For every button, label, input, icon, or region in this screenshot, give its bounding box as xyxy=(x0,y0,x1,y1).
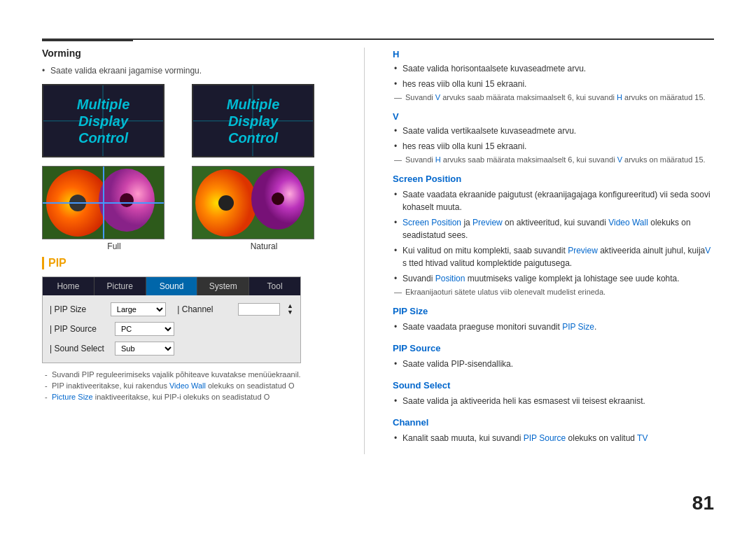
pip-row-size: | PIP Size Large | Channel ▲ ▼ xyxy=(43,300,300,319)
v-section-title: V xyxy=(393,111,714,122)
svg-point-8 xyxy=(120,193,134,207)
pip-size-select[interactable]: Large xyxy=(111,302,167,316)
pip-tab-picture[interactable]: Picture xyxy=(94,277,146,295)
pip-tab-sound[interactable]: Sound xyxy=(146,277,198,295)
note-2: PIP inaktiveeritakse, kui rakendus Video… xyxy=(42,381,336,390)
v-bullet-2: hes reas viib olla kuni 15 ekraani. xyxy=(393,140,714,153)
flower-card-full: Full xyxy=(42,166,186,251)
pip-channel-input[interactable] xyxy=(238,303,280,316)
pip-size-title: PIP Size xyxy=(393,306,714,316)
pip-size-section: PIP Size Saate vaadata praeguse monitori… xyxy=(393,306,714,333)
top-rule xyxy=(42,38,714,40)
screen-position-section: Screen Position Saate vaadata ekraanide … xyxy=(393,174,714,296)
pip-row-sound: | Sound Select Sub xyxy=(43,339,300,358)
sp-bullet-1: Saate vaadata ekraanide paigutust (ekraa… xyxy=(393,188,714,213)
display-card-1-text: MultipleDisplayControl xyxy=(77,96,130,146)
screen-position-title: Screen Position xyxy=(393,174,714,184)
display-grid: MultipleDisplayControl MultipleDisplayCo… xyxy=(42,84,336,157)
left-column: Vorming Saate valida ekraani jagamise vo… xyxy=(42,48,336,454)
pip-menu-body: | PIP Size Large | Channel ▲ ▼ | PIP Sou… xyxy=(43,295,300,363)
sound-select-bullet: Saate valida ja aktiveerida heli kas esm… xyxy=(393,395,714,407)
svg-point-14 xyxy=(218,195,234,211)
pip-size-bullet: Saate vaadata praeguse monitori suvandit… xyxy=(393,321,714,333)
channel-bullet: Kanalit saab muuta, kui suvandi PIP Sour… xyxy=(393,432,714,444)
page-number: 81 xyxy=(692,492,714,514)
pip-source-bullet: Saate valida PIP-sisendallika. xyxy=(393,358,714,370)
pip-source-select[interactable]: PC xyxy=(115,322,174,336)
v-note: Suvandi H arvuks saab määrata maksimaals… xyxy=(393,155,714,164)
h-note: Suvandi V arvuks saab määrata maksimaals… xyxy=(393,93,714,101)
pip-menu: Home Picture Sound System Tool | PIP Siz… xyxy=(42,276,301,363)
sound-select-title: Sound Select xyxy=(393,380,714,391)
h-bullet-2: hes reas viib olla kuni 15 ekraani. xyxy=(393,78,714,90)
pip-sound-select[interactable]: Sub xyxy=(115,342,174,356)
notes-section: Suvandi PIP reguleerimiseks vajalik põhi… xyxy=(42,370,336,401)
pip-tab-tool[interactable]: Tool xyxy=(249,277,300,295)
vorming-bullet: Saate valida ekraani jagamise vormingu. xyxy=(42,66,336,76)
pip-size-label: | PIP Size xyxy=(50,304,105,314)
h-section-title: H xyxy=(393,49,714,59)
right-column: H Saate valida horisontaalsete kuvaseadm… xyxy=(393,48,714,454)
svg-point-15 xyxy=(272,192,284,205)
pip-tab-system[interactable]: System xyxy=(197,277,249,295)
sp-bullet-4: Suvandi Position muutmiseks valige kompl… xyxy=(393,272,714,285)
label-natural: Natural xyxy=(192,241,336,251)
label-full: Full xyxy=(42,241,186,251)
pip-source-title: PIP Source xyxy=(393,343,714,353)
pip-sound-label: | Sound Select xyxy=(50,344,109,353)
display-card-1: MultipleDisplayControl xyxy=(42,84,164,157)
pip-tab-home[interactable]: Home xyxy=(43,277,94,295)
note-3: Picture Size inaktiveeritakse, kui PIP-i… xyxy=(42,393,336,401)
pip-menu-header: Home Picture Sound System Tool xyxy=(43,277,300,295)
pip-source-section: PIP Source Saate valida PIP-sisendallika… xyxy=(393,343,714,370)
h-section: H Saate valida horisontaalsete kuvaseadm… xyxy=(393,49,714,101)
v-bullet-1: Saate valida vertikaalsete kuvaseadmete … xyxy=(393,125,714,137)
display-card-2: MultipleDisplayControl xyxy=(192,84,314,157)
sound-select-section: Sound Select Saate valida ja aktiveerida… xyxy=(393,380,714,407)
pip-row-source: | PIP Source PC xyxy=(43,319,300,339)
display-card-2-text: MultipleDisplayControl xyxy=(227,96,280,146)
v-section: V Saate valida vertikaalsete kuvaseadmet… xyxy=(393,111,714,164)
channel-title: Channel xyxy=(393,417,714,428)
sp-bullet-3: Kui valitud on mitu komplekti, saab suva… xyxy=(393,244,714,269)
sp-note: Ekraanijaoturi sätete ulatus viib olenev… xyxy=(393,288,714,296)
note-1: Suvandi PIP reguleerimiseks vajalik põhi… xyxy=(42,370,336,379)
section-title-vorming: Vorming xyxy=(42,48,336,59)
flower-card-natural: Natural xyxy=(192,166,336,251)
pip-channel-label: | Channel xyxy=(177,304,232,314)
page-container: Vorming Saate valida ekraani jagamise vo… xyxy=(0,0,756,534)
sp-bullet-2: Screen Position ja Preview on aktiveerit… xyxy=(393,216,714,241)
pip-title: PIP xyxy=(42,257,336,269)
vertical-divider xyxy=(364,48,365,454)
flower-grid: Full xyxy=(42,166,336,251)
h-bullet-1: Saate valida horisontaalsete kuvaseadmet… xyxy=(393,62,714,75)
pip-source-label: | PIP Source xyxy=(50,324,109,334)
channel-section: Channel Kanalit saab muuta, kui suvandi … xyxy=(393,417,714,444)
